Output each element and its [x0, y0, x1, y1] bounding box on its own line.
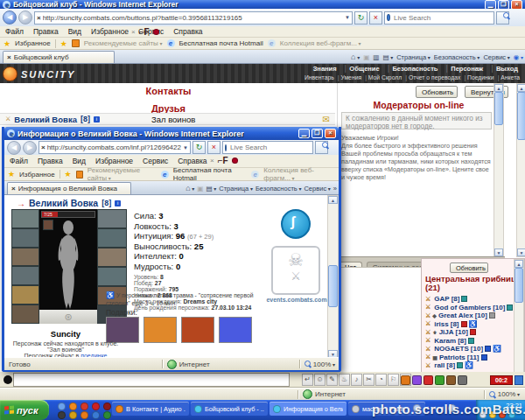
popup-page-scrollbar[interactable]: ▲ ▼	[327, 195, 339, 357]
attack-icon[interactable]: ⚔	[425, 320, 430, 327]
duel-link[interactable]: поединке	[80, 353, 107, 357]
attack-icon[interactable]: ⚔	[425, 312, 430, 319]
menu-item[interactable]: Справка	[178, 157, 206, 165]
live-search-input[interactable]	[392, 13, 492, 23]
home-icon[interactable]: ⌂	[351, 52, 360, 61]
game-nav-link[interactable]: Безопасность	[383, 65, 442, 73]
back-icon[interactable]: ◀	[7, 141, 21, 155]
reading-icon[interactable]: ▥	[373, 53, 379, 61]
events-logo-text[interactable]: events.combats.com	[263, 297, 330, 303]
combats-addon-icon[interactable]: ⌐F	[139, 27, 150, 37]
chat-tool-icon[interactable]: ♪	[351, 374, 362, 386]
page-scrollbar[interactable]: ▲ ▼	[516, 83, 525, 257]
start-button[interactable]: пуск	[0, 400, 49, 420]
user-list-item[interactable]: ⚔ iriss[8] ♿	[425, 320, 516, 329]
forward-icon[interactable]: ▶	[18, 10, 32, 24]
user-list-item[interactable]: ⚔ ◆ Great Alex[10]	[425, 312, 516, 320]
game-subnav-link[interactable]: Анкета	[496, 74, 522, 80]
attack-icon[interactable]: ⚔	[425, 304, 430, 311]
back-icon[interactable]: ◀	[3, 10, 17, 24]
equipment-slot[interactable]	[97, 248, 127, 267]
chat-color-icon[interactable]	[458, 375, 467, 385]
equipment-slot[interactable]	[97, 267, 127, 286]
clan-badge-icon[interactable]: ʃ	[281, 209, 311, 239]
refresh-icon[interactable]: ↻	[192, 141, 206, 154]
user-list-item[interactable]: ⚔ GAP[8]	[425, 295, 516, 304]
quicklaunch-icon[interactable]	[92, 411, 100, 419]
addon-close-icon[interactable]: ×	[131, 28, 136, 36]
combats-addon-icon[interactable]: ⌐F	[218, 156, 228, 165]
menu-item[interactable]: Вид	[68, 27, 81, 36]
user-list-item[interactable]: ⚔ ⚜ JiJA[10]	[425, 328, 516, 337]
quicklaunch-icon[interactable]	[58, 411, 66, 419]
page-menu-button[interactable]: Страница	[396, 53, 430, 61]
menu-item[interactable]: Файл	[5, 27, 24, 36]
quicklaunch-icon[interactable]	[69, 411, 77, 419]
tab-character-info[interactable]: × Информация о Великий Вовка	[7, 182, 131, 194]
menu-item[interactable]: Файл	[10, 157, 28, 165]
main-title-bar[interactable]: e Бойцовский клуб - Windows Internet Exp…	[0, 0, 525, 9]
refresh-page-button[interactable]: Обновить	[416, 86, 458, 98]
user-list-item[interactable]: ⚔ rall[8] ♿	[425, 361, 516, 370]
suncity-logo-text[interactable]: SUNCITY	[21, 69, 75, 80]
safety-menu-button[interactable]: Безопасность	[256, 185, 302, 192]
forward-icon[interactable]: ▶	[23, 141, 37, 155]
menu-item[interactable]: Сервис	[143, 157, 168, 165]
overflow-chevron-icon[interactable]: »	[333, 185, 337, 192]
favorites-item-recommended[interactable]: Рекомендуемые сайты	[84, 39, 163, 47]
quicklaunch-icon[interactable]	[80, 411, 88, 419]
equipment-slot[interactable]	[11, 228, 39, 248]
equipment-slot[interactable]	[11, 285, 39, 304]
moderators-scrollbar[interactable]: ▲ ▼	[494, 83, 504, 257]
zoom-icon[interactable]	[304, 360, 312, 368]
taskbar-window-button[interactable]: В Контакте | Аудио ...	[112, 402, 189, 416]
help-icon[interactable]: ◉	[514, 53, 523, 61]
chat-message-input[interactable]	[13, 373, 290, 387]
gift-image[interactable]	[144, 317, 177, 343]
favorites-label[interactable]: Избранное	[15, 39, 51, 47]
gift-image[interactable]	[181, 317, 214, 343]
menu-item[interactable]: Избранное	[95, 157, 133, 165]
userlist-vscrollbar[interactable]: ▲▼	[514, 259, 524, 388]
maximize-button[interactable]: ❐	[498, 0, 509, 10]
maximize-button[interactable]: ❐	[312, 129, 323, 138]
close-button[interactable]: ×	[325, 129, 336, 138]
message-icon[interactable]: ✉	[323, 115, 330, 124]
taskbar-window-button[interactable]: Бойцовский клуб - ...	[191, 402, 268, 416]
tools-menu-button[interactable]: Сервис	[304, 185, 330, 192]
game-nav-link[interactable]: Общение	[340, 65, 383, 73]
favorites-item-hotmail[interactable]: Бесплатная почта Hotmail	[179, 39, 263, 47]
favorites-item-webslices[interactable]: Коллекция веб-фрагм...	[280, 39, 361, 47]
quicklaunch-icon[interactable]	[103, 411, 111, 419]
menu-item[interactable]: Избранное	[91, 27, 129, 36]
user-list-item[interactable]: ⚔ ▦ Patriots[11]	[425, 354, 516, 362]
info-badge-icon[interactable]: i	[115, 200, 121, 206]
url-input[interactable]	[43, 14, 343, 22]
safety-menu-button[interactable]: Безопасность	[434, 53, 480, 61]
game-subnav-link[interactable]: Инвентарь	[303, 74, 336, 80]
attack-icon[interactable]: ⚔	[425, 337, 430, 344]
print-icon[interactable]: ▤	[382, 53, 393, 61]
print-icon[interactable]: ▤	[206, 185, 216, 192]
address-box[interactable]: × ▼	[34, 11, 353, 24]
quicklaunch-icon[interactable]	[69, 402, 77, 410]
close-button[interactable]: ×	[511, 0, 522, 10]
menu-item[interactable]: Справка	[173, 27, 202, 36]
favorites-item-webslices[interactable]: Коллекция веб-фрагм...	[263, 166, 335, 182]
smiley-button[interactable]	[4, 375, 12, 384]
quicklaunch-icon[interactable]	[103, 402, 111, 410]
zoom-icon[interactable]	[489, 391, 496, 398]
menu-item[interactable]: Вид	[73, 157, 86, 165]
mini-slot[interactable]	[43, 220, 53, 230]
attack-icon[interactable]: ⚔	[425, 329, 430, 336]
user-list-item[interactable]: ⚔ God of Gamblers[10]	[425, 304, 516, 312]
events-logo[interactable]: ☠ ⚔	[271, 246, 320, 295]
page-menu-button[interactable]: Страница	[219, 185, 253, 192]
add-favorite-star-icon[interactable]: ★	[65, 170, 72, 178]
favorites-star-icon[interactable]: ★	[8, 170, 15, 178]
user-list-item[interactable]: ⚔ Karam[8]	[425, 337, 516, 346]
tools-menu-button[interactable]: Сервис	[483, 53, 509, 61]
feeds-icon[interactable]: ▣	[197, 185, 203, 192]
tab-fight-club[interactable]: × Бойцовский клуб	[3, 51, 115, 63]
character-name[interactable]: Великий Вовка	[29, 198, 98, 208]
